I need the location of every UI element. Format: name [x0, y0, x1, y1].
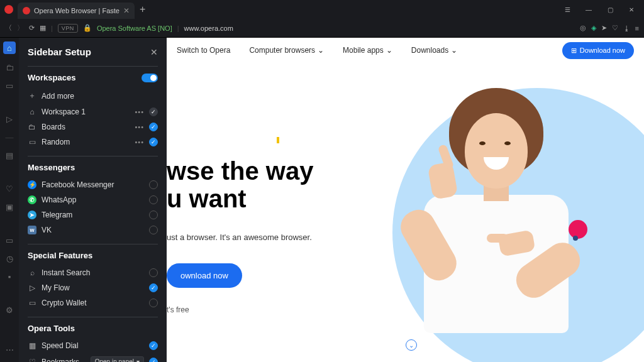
add-workspace-row[interactable]: ＋ Add more: [28, 87, 158, 104]
vk-icon: w: [28, 226, 36, 234]
panel-title: Sidebar Setup: [28, 47, 91, 57]
rail-settings-icon[interactable]: ⚙: [6, 305, 13, 315]
feature-row[interactable]: ▭ Crypto Wallet: [28, 295, 158, 310]
folder-icon: 🗀: [28, 123, 36, 131]
feature-row[interactable]: ▷ My Flow ✓: [28, 280, 158, 295]
web-page: Switch to Opera Computer browsers ⌄ Mobi…: [167, 38, 644, 362]
rail-news-icon[interactable]: ▣: [6, 202, 13, 212]
site-nav: Switch to Opera Computer browsers ⌄ Mobi…: [167, 38, 644, 63]
easy-setup-icon[interactable]: ≡: [635, 24, 639, 32]
nav-mobile[interactable]: Mobile apps ⌄: [343, 46, 392, 55]
more-icon[interactable]: •••: [135, 123, 144, 131]
chevron-down-icon: ⌄: [451, 46, 457, 55]
check-icon[interactable]: ✓: [149, 138, 158, 146]
tools-heading: Opera Tools: [28, 324, 75, 333]
flow-icon: ▷: [28, 283, 36, 292]
tiles-icon[interactable]: ▦: [40, 24, 46, 32]
sidebar-setup-panel: Sidebar Setup ✕ Workspaces ＋ Add more ⌂ …: [19, 38, 167, 362]
check-icon[interactable]: ✓: [149, 123, 158, 131]
titlebar: Opera Web Browser | Faste ✕ + ☰ — ▢ ✕: [0, 0, 644, 19]
more-icon[interactable]: •••: [135, 138, 144, 146]
reload-icon[interactable]: ⟳: [29, 24, 35, 32]
nav-back-icon[interactable]: 〈: [5, 23, 12, 33]
nav-computer[interactable]: Computer browsers ⌄: [249, 46, 324, 55]
workspace-row[interactable]: ▭ Random ••• ✓: [28, 134, 158, 150]
check-icon[interactable]: [149, 299, 158, 307]
tool-row[interactable]: ▦ Speed Dial ✓: [28, 338, 158, 353]
scroll-down-icon[interactable]: ⌄: [406, 339, 417, 351]
rail-home-icon[interactable]: ⌂: [3, 41, 16, 54]
check-icon[interactable]: [149, 211, 158, 219]
hero: wse the way u want ust a browser. It's a…: [167, 63, 644, 362]
nav-downloads[interactable]: Downloads ⌄: [411, 46, 457, 55]
site-identity[interactable]: Opera Software AS [NO]: [97, 25, 172, 32]
chevron-down-icon: ⌄: [386, 46, 392, 55]
hero-heading-1: wse the way: [167, 157, 644, 185]
window-maximize-icon[interactable]: ▢: [604, 3, 616, 16]
check-icon[interactable]: [149, 226, 158, 234]
more-icon[interactable]: •••: [135, 108, 144, 116]
nav-forward-icon[interactable]: 〉: [17, 23, 24, 33]
rail-cards-icon[interactable]: ▤: [6, 151, 13, 160]
plus-icon: ＋: [28, 90, 36, 101]
chevron-down-icon: ⌄: [318, 46, 324, 55]
window-minimize-icon[interactable]: —: [582, 3, 595, 16]
wallet-icon: ▭: [28, 299, 36, 307]
panel-close-icon[interactable]: ✕: [150, 47, 158, 57]
messenger-row[interactable]: ✆ WhatsApp: [28, 192, 158, 207]
feature-row[interactable]: ⌕ Instant Search: [28, 265, 158, 280]
hero-download-button[interactable]: ownload now: [167, 263, 242, 288]
rail-book-icon[interactable]: ▭: [6, 81, 13, 90]
tool-row[interactable]: ♡ Bookmarks Open in panel▾ ✓: [28, 353, 158, 362]
messenger-row[interactable]: ➤ Telegram: [28, 207, 158, 222]
check-icon[interactable]: [149, 195, 158, 204]
rail-vk-icon[interactable]: ▪: [8, 272, 11, 282]
url-text[interactable]: www.opera.com: [184, 25, 233, 32]
rail-clock-icon[interactable]: ◷: [6, 254, 13, 263]
rail-send-icon[interactable]: ▷: [6, 114, 13, 124]
nav-switch[interactable]: Switch to Opera: [177, 46, 230, 55]
messengers-heading: Messengers: [28, 163, 75, 172]
tab-title: Opera Web Browser | Faste: [34, 7, 119, 14]
workspaces-toggle[interactable]: [142, 74, 158, 82]
rail-more-icon[interactable]: ⋯: [6, 345, 14, 362]
vpn-badge[interactable]: VPN: [58, 24, 78, 33]
window-close-icon[interactable]: ✕: [625, 3, 638, 16]
new-tab-button[interactable]: +: [140, 4, 145, 15]
rail-divider: —: [6, 133, 14, 142]
workspace-row[interactable]: ⌂ Workspace 1 ••• ✓: [28, 104, 158, 119]
send-icon[interactable]: ➤: [601, 24, 607, 32]
open-in-panel-select[interactable]: Open in panel▾: [91, 356, 144, 362]
search-icon: ⌕: [28, 268, 36, 277]
download-icon[interactable]: ⭳: [623, 24, 630, 32]
workspace-row[interactable]: 🗀 Boards ••• ✓: [28, 119, 158, 134]
opera-logo-icon: [4, 5, 13, 14]
chevron-down-icon: ▾: [136, 358, 140, 362]
opera-favicon-icon: [23, 7, 30, 14]
shield-icon[interactable]: ◈: [591, 24, 596, 32]
download-button[interactable]: ⊞Download now: [562, 42, 634, 59]
check-icon[interactable]: ✓: [149, 341, 158, 350]
home-icon: ⌂: [28, 107, 36, 116]
messenger-row[interactable]: w VK: [28, 222, 158, 238]
check-icon[interactable]: ✓: [149, 283, 158, 292]
book-icon: ▭: [28, 138, 36, 146]
special-heading: Special Features: [28, 251, 92, 260]
sidebar-rail: ⌂ 🗀 ▭ ▷ — ▤ ♡ ▣ ▭ ◷ ▪ ⚙ ⋯: [0, 38, 19, 362]
rail-boards-icon[interactable]: 🗀: [6, 63, 14, 72]
heart-icon[interactable]: ♡: [612, 24, 618, 32]
lock-icon[interactable]: 🔒: [83, 24, 92, 32]
snapshot-icon[interactable]: ◎: [580, 24, 586, 32]
hero-heading-2: u want: [167, 185, 644, 212]
messenger-row[interactable]: ⚡ Facebook Messenger: [28, 177, 158, 192]
tab-close-icon[interactable]: ✕: [123, 6, 130, 15]
rail-chat-icon[interactable]: ▭: [6, 236, 13, 245]
windows-icon: ⊞: [571, 47, 577, 55]
check-icon[interactable]: ✓: [149, 358, 158, 363]
rail-heart-icon[interactable]: ♡: [6, 184, 13, 194]
check-icon[interactable]: [149, 268, 158, 277]
check-icon[interactable]: ✓: [149, 107, 158, 116]
check-icon[interactable]: [149, 180, 158, 189]
browser-tab[interactable]: Opera Web Browser | Faste ✕: [18, 3, 135, 19]
window-sidebar-icon[interactable]: ☰: [561, 3, 574, 16]
